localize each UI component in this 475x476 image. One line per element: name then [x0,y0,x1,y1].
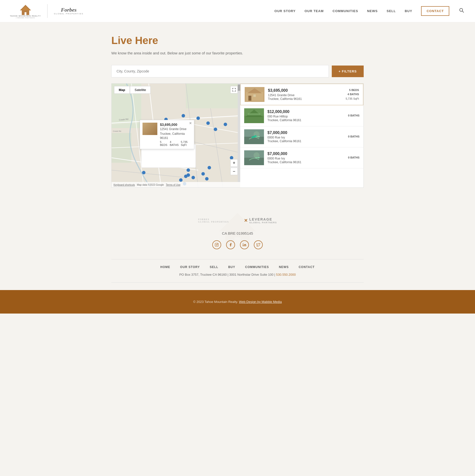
listing-card-4[interactable]: $7,000,000 0000 Rue Ivy Truckee, Califor… [240,147,363,168]
svg-point-38 [179,178,183,182]
svg-point-44 [201,172,205,176]
listing-address-3: 0000 Rue Ivy [267,136,345,139]
footer-address-text: PO Box 3757, Truckee CA 96160 | 3001 Nor… [179,273,275,276]
forbes-sub: GLOBAL PROPERTIES [54,13,83,15]
expand-icon [232,88,236,91]
footer-nav-story[interactable]: OUR STORY [180,265,200,269]
footer-phone[interactable]: 530.550.2000 [276,273,296,276]
keyboard-shortcuts[interactable]: Keyboard shortcuts [114,183,135,186]
nav-news[interactable]: NEWS [367,9,378,13]
listing-image-1 [245,87,264,102]
svg-point-46 [208,166,211,169]
listing-thumbnail-1 [245,87,264,102]
listing-image-3 [244,129,264,144]
listing-card-3[interactable]: $7,000,000 0000 Rue Ivy Truckee, Califor… [240,126,363,147]
footer-address: PO Box 3757, Truckee CA 96160 | 3001 Nor… [111,273,364,276]
svg-point-31 [196,116,200,120]
listing-baths-3: 0 BATHS [348,135,359,139]
map-popup-close[interactable]: ✕ [189,121,192,125]
listing-address-2: 000 Rue Hilltop [267,115,345,118]
listing-details-1: 5 BEDS 4 BATHS 5,735 SqFt [346,88,359,101]
search-input[interactable] [111,65,329,77]
map-zoom-out[interactable]: − [230,168,238,175]
web-design-link[interactable]: Web Design by Mabble Media [239,300,282,304]
map-tab-map[interactable]: Map [114,86,130,94]
listing-city-2: Truckee, California 96161 [267,118,345,122]
svg-marker-68 [219,213,256,246]
map-data-text: Map data ©2023 Google [137,183,164,186]
svg-rect-52 [248,96,251,101]
listing-card-2[interactable]: $12,000,000 000 Rue Hilltop Truckee, Cal… [240,105,363,126]
listing-thumbnail-2 [244,108,264,123]
listing-details-3: 0 BATHS [348,135,359,139]
map-zoom-in[interactable]: + [230,159,238,167]
map-popup-city: Truckee, California 96161 [160,132,191,140]
forbes-text: Forbes [61,7,77,13]
listing-price-1: $3,695,000 [268,88,342,93]
footer-nav-news[interactable]: NEWS [279,265,289,269]
listing-info-3: $7,000,000 0000 Rue Ivy Truckee, Califor… [267,131,345,143]
listing-info-2: $12,000,000 000 Rue Hilltop Truckee, Cal… [267,110,345,122]
page-subtitle: We know the area inside and out. Below a… [111,51,364,55]
map-tab-satellite[interactable]: Satellite [130,86,151,94]
header: TAHOE MOUNTAIN REALTY J BROWN PARTNERS T… [0,0,475,22]
search-icon [459,8,464,13]
svg-point-34 [224,123,227,126]
forbes-logo: Forbes GLOBAL PROPERTIES [54,7,83,15]
listing-beds-1: 5 BEDS [346,88,359,92]
map-popup-sqft: 5,735 SqFt [181,140,192,146]
search-bar: + FILTERS [111,65,364,77]
nav-buy[interactable]: BUY [405,9,412,13]
terms-link[interactable]: Terms of Use [166,183,180,186]
footer-nav-communities[interactable]: COMMUNITIES [245,265,269,269]
listing-thumbnail-3 [244,129,264,144]
listing-city-4: Truckee, California 96161 [267,160,345,164]
svg-rect-59 [244,137,264,144]
copyright-text: © 2023 Tahoe Mountain Realty. [193,300,238,304]
footer-nav-bar: HOME OUR STORY SELL BUY COMMUNITIES NEWS… [111,259,364,283]
listing-address-1: 12541 Granite Drive [268,93,342,97]
listing-price-4: $7,000,000 [267,152,345,156]
footer-nav: HOME OUR STORY SELL BUY COMMUNITIES NEWS… [111,265,364,269]
listing-card-1[interactable]: $3,695,000 12541 Granite Drive Truckee, … [240,84,363,105]
svg-point-4 [460,8,463,11]
search-icon-button[interactable] [458,7,465,15]
listing-thumbnail-4 [244,150,264,165]
svg-rect-64 [244,158,264,165]
nav-our-team[interactable]: OUR TEAM [305,9,324,13]
listing-city-1: Truckee, California 96161 [268,97,342,101]
listing-city-3: Truckee, California 96161 [267,139,345,143]
nav-sell[interactable]: SELL [387,9,396,13]
map-background: Creek Rd Creek Rd Glenshire Dr Brockway … [112,84,240,187]
svg-point-32 [182,114,185,117]
map-popup-address: 12541 Granite Drive [160,127,191,131]
svg-text:Creek Rd: Creek Rd [113,130,121,132]
footer-nav-home[interactable]: HOME [160,265,170,269]
map-popup-beds: 5 BEDS [160,140,168,146]
nav-our-story[interactable]: OUR STORY [274,9,296,13]
map-expand-button[interactable] [230,86,238,93]
footer-nav-buy[interactable]: BUY [228,265,235,269]
svg-point-45 [205,177,209,181]
svg-point-42 [187,173,190,177]
page-title: Live Here [111,35,364,46]
footer-tmr-svg [213,210,262,249]
svg-rect-57 [248,113,260,115]
tmr-brand-text: TAHOE MOUNTAIN REALTY [10,15,41,17]
main-nav: OUR STORY OUR TEAM COMMUNITIES NEWS SELL… [274,6,465,16]
map-popup-stats: 5 BEDS 4 BATHS 5,735 SqFt [160,140,191,146]
listing-image-2 [244,108,264,123]
logo-divider [47,4,48,18]
listing-price-2: $12,000,000 [267,110,345,114]
listings-panel[interactable]: $3,695,000 12541 Granite Drive Truckee, … [240,84,363,187]
filters-button[interactable]: + FILTERS [332,66,364,77]
main-content: Live Here We know the area inside and ou… [106,22,369,203]
nav-communities[interactable]: COMMUNITIES [332,9,358,13]
listing-baths-2: 0 BATHS [348,113,359,118]
svg-point-43 [191,176,195,179]
listing-image-4 [244,150,264,165]
footer-nav-contact[interactable]: CONTACT [299,265,315,269]
footer-nav-sell[interactable]: SELL [210,265,218,269]
nav-contact[interactable]: CONTACT [421,6,449,16]
listing-info-1: $3,695,000 12541 Granite Drive Truckee, … [268,88,342,101]
